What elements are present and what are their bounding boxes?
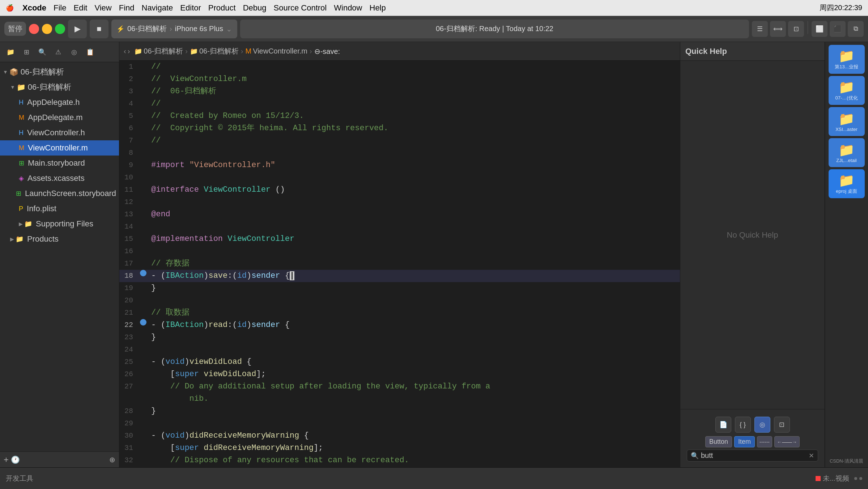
hide-assistant-button[interactable]: ⧉ [848, 21, 864, 37]
window-zoom-button[interactable] [55, 24, 65, 34]
sidebar-search-icon[interactable]: 🔍 [35, 45, 49, 59]
line-content: } [148, 467, 680, 467]
search-clear-icon[interactable]: ✕ [809, 452, 814, 460]
code-line: 4 // [119, 98, 680, 110]
line-content: [super viewDidLoad]; [148, 368, 680, 380]
breadcrumb-item-file[interactable]: ViewController.m [253, 47, 307, 55]
quick-help-icons: 📄 { } ◎ ⊡ [683, 417, 822, 433]
qh-doc-button[interactable]: 📄 [715, 417, 731, 433]
scheme-selector[interactable]: ⚡ 06-归档解析 › iPhone 6s Plus ⌄ [111, 20, 237, 38]
qh-target-button[interactable]: ◎ [754, 417, 770, 433]
line-number: 4 [119, 98, 138, 110]
menu-source-control[interactable]: Source Control [274, 3, 327, 13]
status-dot-2 [859, 477, 862, 480]
sidebar-item-viewcontroller-h[interactable]: H ViewController.h [0, 125, 119, 140]
widget-button-item[interactable]: Button [705, 436, 732, 447]
qh-code-button[interactable]: { } [735, 417, 751, 433]
code-line: 3 // 06-归档解析 [119, 85, 680, 98]
breadcrumb-back-button[interactable]: ‹ [124, 47, 126, 55]
breakpoint-indicator-2[interactable] [140, 319, 146, 326]
filter-button[interactable]: 🕐 [11, 455, 20, 464]
sidebar-item-assets[interactable]: ◈ Assets.xcassets [0, 171, 119, 186]
widget-item-item[interactable]: Item [734, 436, 755, 447]
code-line: 26 [super viewDidLoad]; [119, 368, 680, 380]
line-gutter [138, 270, 148, 276]
quick-help-content: No Quick Help [680, 61, 825, 409]
code-editor[interactable]: 1 // 2 // ViewController.m 3 // 06-归档解析 … [119, 61, 680, 467]
code-line: 25 - (void)viewDidLoad { [119, 356, 680, 368]
sidebar-item-launchscreen[interactable]: ⊞ LaunchScreen.storyboard [0, 186, 119, 201]
breadcrumb-item-1[interactable]: 06-归档解析 [144, 46, 183, 56]
folder-icon: 📁 [17, 83, 26, 92]
sidebar-item-info-plist[interactable]: P Info.plist [0, 201, 119, 216]
breadcrumb-folder-icon: 📁 [134, 47, 142, 55]
sidebar-report-icon[interactable]: 📋 [83, 45, 97, 59]
line-number: 3 [119, 85, 138, 98]
menu-editor[interactable]: Editor [180, 3, 201, 13]
breadcrumb-item-3[interactable]: M [246, 47, 252, 55]
qh-layout-button[interactable]: ⊡ [774, 417, 790, 433]
menu-edit[interactable]: Edit [73, 3, 87, 13]
breadcrumb-item-2[interactable]: 06-归档解析 [199, 46, 239, 56]
sidebar-breakpoint-icon[interactable]: ◎ [67, 45, 81, 59]
sidebar-item-main-storyboard[interactable]: ⊞ Main.storyboard [0, 156, 119, 171]
apple-icon[interactable]: 🍎 [6, 4, 14, 12]
menu-find[interactable]: Find [119, 3, 135, 13]
sidebar-item-supporting-files[interactable]: ▶ 📁 Supporting Files [0, 216, 119, 231]
sidebar-issue-icon[interactable]: ⚠ [51, 45, 65, 59]
menu-xcode[interactable]: Xcode [22, 3, 46, 13]
line-content: [super didReceiveMemoryWarning]; [148, 442, 680, 454]
right-folder-1[interactable]: 📁 第13...业报 [829, 45, 865, 74]
menu-file[interactable]: File [54, 3, 66, 13]
search-input[interactable] [701, 451, 807, 460]
arrow-icon: ▼ [10, 84, 15, 90]
sidebar-item-root-group[interactable]: ▼ 📦 06-归档解析 [0, 64, 119, 80]
sidebar-item-products[interactable]: ▶ 📁 Products [0, 231, 119, 247]
sidebar-grid-icon[interactable]: ⊞ [20, 45, 33, 59]
line-gutter [138, 319, 148, 326]
editor-assistant-button[interactable]: ⟺ [770, 21, 786, 37]
right-folder-2[interactable]: 📁 07-…(优化 [829, 76, 865, 105]
menubar-time: 周四20:22:39 [820, 3, 862, 13]
hide-debug-button[interactable]: ⬛ [830, 21, 846, 37]
sidebar-item-appdelegate-m[interactable]: M AppDelegate.m [0, 110, 119, 125]
breakpoint-indicator[interactable] [140, 270, 146, 276]
menu-help[interactable]: Help [370, 3, 386, 13]
window-close-button[interactable] [29, 24, 39, 34]
line-content: } [148, 405, 680, 417]
menu-navigate[interactable]: Navigate [142, 3, 173, 13]
add-file-button[interactable]: + [4, 455, 9, 465]
sidebar-item-appdelegate-h[interactable]: H AppDelegate.h [0, 95, 119, 110]
breadcrumb-item-method[interactable]: ⊖-save: [314, 47, 340, 56]
editor-version-button[interactable]: ⊡ [788, 21, 804, 37]
main-layout: 📁 ⊞ 🔍 ⚠ ◎ 📋 ▼ 📦 06-归档解析 ▼ 📁 06-归档解析 [0, 42, 868, 467]
hide-sidebar-button[interactable]: ⬜ [812, 21, 827, 37]
menu-debug[interactable]: Debug [243, 3, 267, 13]
right-folder-zjl[interactable]: 📁 ZJL...etail [829, 138, 865, 167]
menu-product[interactable]: Product [208, 3, 236, 13]
menu-view[interactable]: View [94, 3, 111, 13]
arrow-icon: ▼ [3, 69, 8, 75]
plist-icon: P [19, 205, 23, 213]
sidebar-item-viewcontroller-m[interactable]: M ViewController.m [0, 140, 119, 156]
widget-separator-item[interactable]: ------ [757, 436, 772, 447]
code-line-18: 18 - (IBAction)save:(id)sender {| [119, 270, 680, 282]
sidebar-item-subfolder[interactable]: ▼ 📁 06-归档解析 [0, 80, 119, 95]
stop-button[interactable]: ■ [90, 20, 109, 38]
window-minimize-button[interactable] [42, 24, 52, 34]
widget-arrow-item[interactable]: ←——→ [774, 436, 800, 447]
editor-standard-button[interactable]: ☰ [752, 21, 768, 37]
run-button[interactable]: ▶ [68, 20, 87, 38]
line-content: // Do any additional setup after loading… [148, 380, 680, 393]
right-folder-xsi[interactable]: 📁 XSI...aster [829, 107, 865, 136]
breadcrumb-forward-button[interactable]: › [128, 47, 130, 55]
no-quick-help-text: No Quick Help [727, 230, 778, 240]
line-content: @end [148, 208, 680, 221]
sidebar-folder-icon[interactable]: 📁 [4, 45, 17, 59]
line-content: } [148, 331, 680, 344]
menu-window[interactable]: Window [334, 3, 362, 13]
search-icon: 🔍 [691, 452, 699, 460]
line-number: 15 [119, 233, 138, 245]
right-folder-eproj[interactable]: 📁 eproj 桌面 [829, 169, 865, 198]
sidebar-bottom-web-icon[interactable]: ⊕ [109, 455, 115, 464]
